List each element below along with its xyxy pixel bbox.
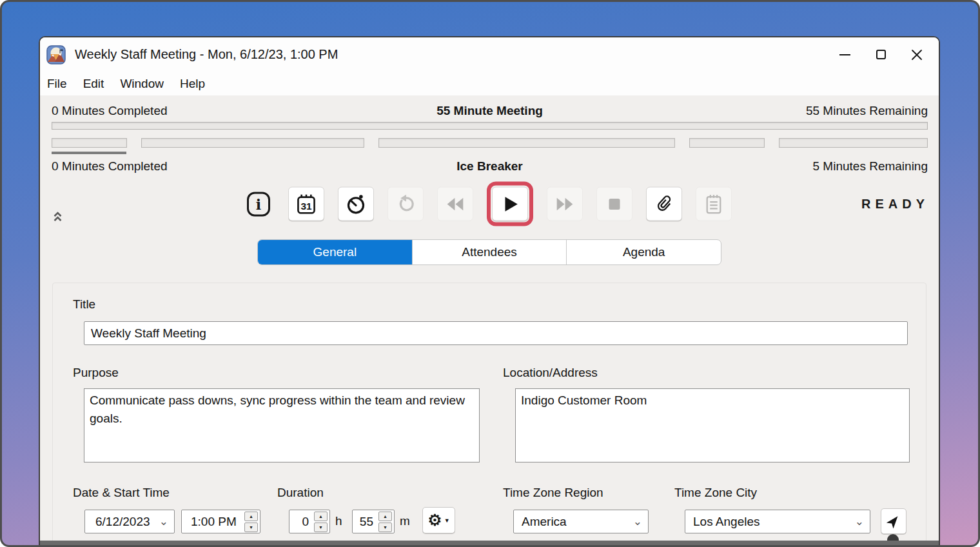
- menu-file[interactable]: File: [47, 77, 67, 91]
- stop-icon: [605, 195, 623, 213]
- svg-text:31: 31: [300, 200, 312, 211]
- segment-bar-3: [378, 138, 676, 148]
- duration-minutes-spinner[interactable]: 55 ▲ ▼: [352, 510, 395, 533]
- rewind-icon: [446, 194, 465, 214]
- menu-bar: File Edit Window Help: [40, 72, 939, 95]
- date-select[interactable]: 6/12/2023 ⌄: [84, 510, 175, 533]
- title-input[interactable]: [84, 321, 908, 345]
- duration-settings-button[interactable]: ⚙ ▼: [422, 507, 455, 533]
- hours-spin-up-button[interactable]: ▲: [314, 512, 328, 521]
- collapse-panel-icon[interactable]: [53, 211, 63, 222]
- hours-unit-label: h: [335, 514, 342, 528]
- date-start-label: Date & Start Time: [73, 486, 170, 500]
- location-label: Location/Address: [503, 366, 598, 380]
- window-bottom-divider: [40, 541, 939, 545]
- gear-icon: ⚙: [427, 512, 442, 528]
- current-segment-label: Ice Breaker: [456, 159, 522, 174]
- menu-help[interactable]: Help: [180, 77, 205, 91]
- desktop-background: Weekly Staff Meeting - Mon, 6/12/23, 1:0…: [0, 0, 980, 547]
- notes-button: [696, 187, 732, 221]
- paperclip-icon: [654, 194, 674, 214]
- hours-spin-down-button[interactable]: ▼: [314, 522, 328, 532]
- time-spinner[interactable]: 1:00 PM ▲ ▼: [181, 510, 260, 533]
- fast-forward-button: [547, 187, 583, 221]
- overall-completed-label: 0 Minutes Completed: [52, 104, 436, 118]
- play-icon: [500, 194, 520, 214]
- segment-bar-5: [779, 138, 928, 148]
- app-icon: [46, 45, 66, 65]
- segment-progress-bars: [52, 138, 928, 148]
- stop-button: [596, 187, 632, 221]
- timer-icon: [345, 193, 367, 215]
- tz-city-label: Time Zone City: [674, 486, 757, 500]
- minimize-icon: [839, 54, 850, 55]
- dropdown-arrow-icon: ▼: [444, 517, 450, 524]
- window-title: Weekly Staff Meeting - Mon, 6/12/23, 1:0…: [75, 47, 827, 62]
- toolbar: i 31: [40, 182, 939, 226]
- location-textarea[interactable]: Indigo Customer Room: [515, 388, 910, 462]
- time-spin-up-button[interactable]: ▲: [244, 512, 258, 521]
- minutes-unit-label: m: [400, 514, 410, 528]
- minimize-button[interactable]: [827, 41, 863, 69]
- navigation-arrow-icon: [886, 513, 901, 529]
- close-button[interactable]: [899, 41, 935, 69]
- general-form-panel: Title Purpose Communicate pass downs, sy…: [52, 283, 926, 546]
- play-highlight-ring: [487, 182, 533, 226]
- tab-bar: General Attendees Agenda: [257, 239, 721, 265]
- overall-progress-labels: 0 Minutes Completed 55 Minute Meeting 55…: [52, 104, 928, 118]
- overall-remaining-label: 55 Minutes Remaining: [543, 104, 928, 118]
- overall-progress-bar: [52, 122, 928, 130]
- detect-timezone-button[interactable]: [881, 508, 906, 534]
- purpose-textarea[interactable]: Communicate pass downs, sync progress wi…: [84, 388, 480, 462]
- segment-bar-4: [689, 138, 765, 148]
- tab-attendees[interactable]: Attendees: [412, 240, 567, 264]
- play-button[interactable]: [492, 187, 528, 221]
- reset-icon: [395, 194, 416, 214]
- menu-window[interactable]: Window: [120, 77, 164, 91]
- tz-region-select[interactable]: America ⌄: [513, 510, 649, 533]
- app-window: Weekly Staff Meeting - Mon, 6/12/23, 1:0…: [39, 36, 940, 546]
- info-button[interactable]: i: [247, 192, 270, 216]
- tz-city-value: Los Angeles: [693, 515, 760, 529]
- reset-button: [387, 187, 424, 221]
- duration-minutes-value: 55: [355, 515, 373, 529]
- tab-agenda[interactable]: Agenda: [566, 240, 721, 264]
- tz-region-label: Time Zone Region: [503, 486, 603, 500]
- rewind-button: [437, 187, 473, 221]
- duration-hours-value: 0: [292, 515, 309, 529]
- date-value: 6/12/2023: [95, 515, 150, 529]
- progress-section: 0 Minutes Completed 55 Minute Meeting 55…: [40, 95, 939, 174]
- time-value: 1:00 PM: [191, 515, 237, 529]
- menu-edit[interactable]: Edit: [83, 77, 104, 91]
- window-controls: [827, 41, 935, 69]
- section-remaining-label: 5 Minutes Remaining: [523, 159, 928, 174]
- attachment-button[interactable]: [646, 187, 682, 221]
- fast-forward-icon: [555, 194, 574, 214]
- maximize-button[interactable]: [863, 41, 899, 69]
- calendar-icon: 31: [296, 194, 317, 214]
- duration-hours-spinner[interactable]: 0 ▲ ▼: [289, 510, 330, 533]
- minutes-spin-down-button[interactable]: ▼: [378, 522, 392, 532]
- minutes-spin-up-button[interactable]: ▲: [378, 512, 392, 521]
- title-label: Title: [73, 297, 95, 312]
- section-progress-labels: 0 Minutes Completed Ice Breaker 5 Minute…: [52, 159, 928, 174]
- timer-button[interactable]: [338, 187, 374, 221]
- meeting-title-label: 55 Minute Meeting: [436, 104, 543, 118]
- info-icon: i: [256, 195, 261, 212]
- maximize-icon: [876, 50, 886, 59]
- calendar-button[interactable]: 31: [288, 187, 324, 221]
- time-spin-down-button[interactable]: ▼: [244, 522, 258, 532]
- tab-general[interactable]: General: [258, 240, 412, 264]
- segment-bar-1: [52, 138, 127, 148]
- title-bar: Weekly Staff Meeting - Mon, 6/12/23, 1:0…: [40, 37, 939, 72]
- notepad-icon: [703, 194, 724, 214]
- tz-city-select[interactable]: Los Angeles ⌄: [685, 510, 870, 533]
- purpose-label: Purpose: [73, 366, 119, 380]
- status-badge: READY: [861, 197, 929, 212]
- section-completed-label: 0 Minutes Completed: [52, 159, 456, 174]
- close-icon: [911, 49, 923, 61]
- current-segment-underline: [52, 152, 126, 154]
- segment-bar-2: [141, 138, 364, 148]
- duration-label: Duration: [277, 486, 324, 500]
- tz-region-value: America: [522, 515, 567, 529]
